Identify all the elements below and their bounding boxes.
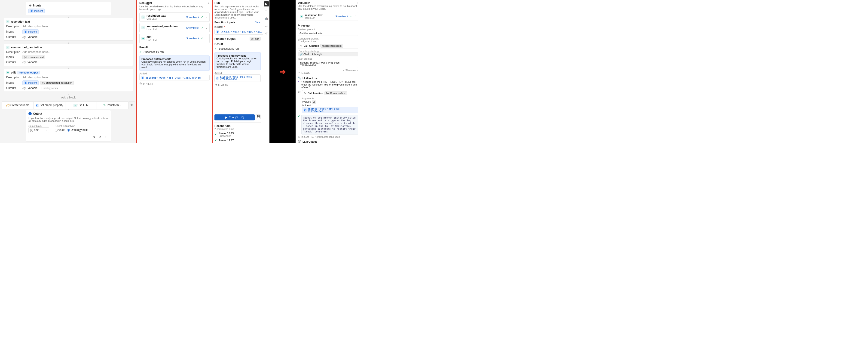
collapse-icon[interactable]: » [208, 1, 210, 5]
strategy-chip: 🔗 Chain of thought [298, 53, 358, 56]
show-block-link[interactable]: Show block [186, 26, 199, 29]
delete-button[interactable]: 🗑 [128, 101, 135, 109]
edit-chip[interactable]: (x) edit [250, 37, 261, 41]
desc-input[interactable]: Add description here… [23, 51, 51, 54]
debugger-panel-left: Debugger » Use the detailed execution lo… [137, 0, 212, 143]
prompt-icon: ✎ [298, 24, 300, 27]
tool-output: Reboot of the broker instantly solve the… [301, 115, 358, 134]
input-chip-incident[interactable]: ◧ incident [28, 8, 44, 13]
desc-input[interactable]: Add description here… [23, 25, 51, 28]
check-circle-icon: ✔ [214, 133, 217, 136]
stopwatch-icon: ⏱ [140, 82, 142, 86]
recent-runs-heading: Recent runs [214, 124, 234, 128]
debugger-subtitle: Use the detailed execution log below to … [140, 5, 210, 11]
move-up-button[interactable]: ⇅ [92, 135, 96, 139]
llm-icon: ✦ [142, 37, 145, 40]
check-icon: ✓ [201, 15, 204, 19]
clear-link[interactable]: Clear [255, 21, 261, 24]
object-icon: ◧ [30, 9, 33, 12]
var-icon: (x) [23, 87, 26, 90]
add-block-button[interactable]: Add a block [2, 96, 135, 99]
select-block-dropdown[interactable]: (x) edit ⌄ [28, 127, 49, 133]
recent-run-item[interactable]: ✔ Run at 12:19 Succeeded [214, 132, 261, 137]
debugger-title: Debugger [140, 1, 152, 5]
show-more-link[interactable]: ▾ Show more [343, 69, 358, 72]
object-icon: ◧ [141, 76, 144, 79]
debug-row[interactable]: ✦ resolution text Use LLM Show block ✓ ⌄ [140, 12, 210, 22]
block-resolution-text[interactable]: ✦ resolution text Description Add descri… [4, 18, 133, 41]
close-button[interactable]: ✕ [98, 135, 102, 139]
input-chip[interactable]: (x) summarized_resolution [40, 81, 74, 85]
inputs-title: Inputs [33, 4, 41, 7]
added-object[interactable]: ◧ 55286d3f-9a6c-4456-94c5-f738574e948d [140, 75, 210, 81]
stopwatch-icon: ⏱ [298, 72, 301, 75]
input-chip[interactable]: (x) resolution text [23, 55, 45, 59]
radio-value[interactable]: Value [55, 128, 65, 131]
llm-icon: ✦ [300, 15, 303, 18]
incident-chip[interactable]: ◧ 55286d3f-9a6c-4456-94c5-f738574e948d [302, 107, 358, 113]
checklist-icon[interactable]: ☶ [264, 9, 269, 14]
run-title: Run [214, 1, 261, 5]
chevron-up-icon[interactable]: ⌃ [354, 15, 356, 18]
debug-row-expanded[interactable]: ✦ resolution text Use LLM Show block ✓ ⌃ [298, 12, 358, 21]
output-note: Logic functions only support one output.… [28, 117, 108, 122]
configured-tool: ƒx Call function findReolutionText [298, 43, 358, 49]
chevron-down-icon[interactable]: ⌄ [258, 126, 261, 129]
chevron-down-icon: ⌄ [45, 128, 48, 132]
show-block-link[interactable]: Show block [186, 16, 199, 19]
debug-row[interactable]: ✦ edit Use LLM Show block ✓ ⌄ [140, 34, 210, 43]
transform-button[interactable]: ⇅ Transform ⌄ [97, 102, 128, 109]
debugger-panel-right: Debugger » Use the detailed execution lo… [296, 0, 361, 143]
inputs-card: ➕ Inputs ◧ incident [26, 2, 111, 15]
var-icon: (x) [24, 56, 27, 59]
show-block-link[interactable]: Show block [335, 15, 348, 18]
history-icon[interactable]: ↺ [264, 31, 269, 36]
check-circle-icon: ✔ [214, 139, 217, 142]
create-variable-button[interactable]: (x) Create variable [2, 102, 34, 109]
run-panel: Run Run this logic to ensure its output … [212, 0, 263, 143]
desc-input[interactable]: Add description here… [23, 76, 51, 79]
added-object[interactable]: ◧ 55286d3f-9a6c-4456-94c5-f738574e948d [214, 74, 261, 82]
save-button[interactable]: 💾 [256, 115, 261, 119]
chevron-down-icon: ⌄ [120, 103, 122, 107]
play-button[interactable]: ▶ [264, 1, 269, 6]
tool-call: ƒx Call function findReolutionText [302, 90, 358, 96]
recent-run-item[interactable]: ✔ Run at 12:17 [214, 139, 261, 142]
task-prompt: Incident: 55286d3f-9a6c-4456-94c5-f73857… [298, 60, 358, 68]
input-chip[interactable]: ◧ incident [23, 29, 39, 34]
object-icon: ◧ [24, 30, 27, 33]
chevron-down-icon[interactable]: ⌄ [205, 37, 208, 40]
robot-icon[interactable]: 🤖 [264, 16, 269, 21]
incident-input[interactable]: ◧ 55286d3f-9a6c-4456-94c5-f738574e948d ⌄ [214, 29, 263, 35]
object-icon: ◧ [24, 81, 27, 84]
play-icon: ▶ [225, 116, 227, 119]
flow-icon[interactable]: ⇄ [264, 24, 269, 29]
debug-row[interactable]: ✦ summarized_resolution Use LLM Show blo… [140, 23, 210, 32]
system-prompt: Get the resolution text [298, 31, 358, 36]
stopwatch-icon: ⏱ [298, 135, 301, 138]
get-object-property-button[interactable]: ◧ Get object property [34, 102, 65, 109]
radio-ontology-edits[interactable]: Ontology edits [67, 128, 88, 131]
fx-icon: ƒx [298, 90, 301, 113]
inputs-icon: ➕ [28, 4, 32, 7]
trash-icon: 🗑 [130, 103, 133, 107]
function-inputs-heading: Function inputs [214, 21, 235, 24]
quote-icon: ❝ [298, 81, 299, 89]
chevron-down-icon[interactable]: ⌄ [205, 15, 208, 19]
confirm-button[interactable]: ↩ [104, 135, 108, 139]
proposed-edits-banner: Proposed ontology edits Ontology edits a… [140, 56, 210, 71]
collapse-icon[interactable]: » [357, 1, 358, 4]
block-edit[interactable]: ✦ edit Function output Description Add d… [4, 69, 133, 92]
arrow-annotation: ➔ [270, 0, 296, 143]
input-chip[interactable]: ◧ incident [23, 81, 39, 85]
var-icon: (x) [23, 61, 26, 64]
llm-icon: ✦ [6, 71, 9, 74]
block-summarized-resolution[interactable]: ✦ summarized_resolution Description Add … [4, 44, 133, 66]
chevron-down-icon[interactable]: ⌄ [205, 26, 208, 29]
use-llm-button[interactable]: ✦ Use LLM [65, 102, 97, 109]
object-icon: ◧ [216, 76, 219, 80]
transform-icon: ⇅ [103, 103, 105, 107]
proposed-edits-banner: Proposed ontology edits Ontology edits a… [214, 52, 261, 70]
run-button[interactable]: ▶ Run (⌘ ⇧ D) [214, 115, 255, 120]
show-block-link[interactable]: Show block [186, 37, 199, 40]
